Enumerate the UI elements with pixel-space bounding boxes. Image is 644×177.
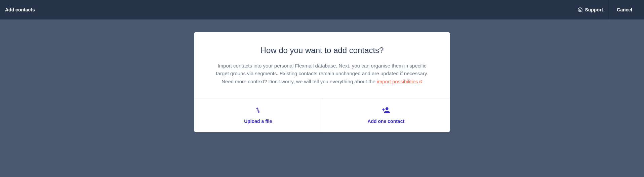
svg-line-0: [420, 80, 422, 82]
cancel-button[interactable]: Cancel: [610, 0, 639, 19]
options-row: Upload a file Add one contact: [194, 98, 450, 132]
support-button[interactable]: Support: [571, 0, 610, 19]
main-card: How do you want to add contacts? Import …: [194, 32, 450, 132]
add-one-contact-label: Add one contact: [322, 119, 450, 124]
card-description: Import contacts into your personal Flexm…: [214, 62, 430, 85]
link-text: import possibilities: [377, 79, 418, 84]
import-possibilities-link[interactable]: import possibilities: [377, 79, 422, 84]
card-heading: How do you want to add contacts?: [214, 46, 430, 55]
add-one-contact-option[interactable]: Add one contact: [322, 98, 450, 132]
support-icon: [577, 7, 583, 12]
upload-icon: [194, 105, 322, 115]
add-person-icon: [322, 105, 450, 115]
header-bar: Add contacts Support Cancel: [0, 0, 644, 19]
external-link-icon: [419, 80, 422, 83]
header-actions: Support Cancel: [571, 0, 639, 19]
page-title: Add contacts: [5, 7, 35, 12]
upload-file-option[interactable]: Upload a file: [194, 98, 322, 132]
card-content: How do you want to add contacts? Import …: [194, 32, 450, 98]
cancel-label: Cancel: [617, 7, 632, 12]
support-label: Support: [585, 7, 603, 12]
upload-file-label: Upload a file: [194, 119, 322, 124]
